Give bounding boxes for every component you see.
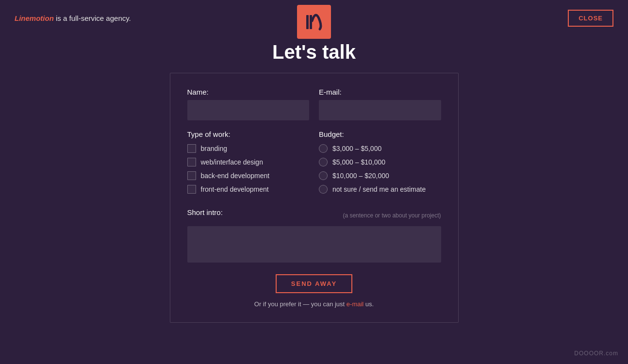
contact-form: Name: E-mail: Type of work: branding web… bbox=[170, 73, 459, 323]
radio-budget-2-label[interactable]: $5,000 – $10,000 bbox=[332, 158, 385, 166]
short-intro-section: Short intro: (a sentence or two about yo… bbox=[187, 208, 441, 265]
checkbox-branding[interactable] bbox=[187, 144, 196, 153]
radio-budget-3[interactable] bbox=[319, 171, 328, 180]
type-of-work-section: Type of work: branding web/interface des… bbox=[187, 130, 310, 199]
checkbox-branding-label[interactable]: branding bbox=[201, 145, 228, 152]
type-budget-row: Type of work: branding web/interface des… bbox=[187, 130, 441, 199]
checkbox-web-item: web/interface design bbox=[187, 158, 310, 166]
checkbox-backend[interactable] bbox=[187, 171, 196, 180]
short-intro-label: Short intro: bbox=[187, 208, 223, 216]
radio-budget-1-label[interactable]: $3,000 – $5,000 bbox=[332, 145, 381, 152]
checkbox-web[interactable] bbox=[187, 158, 196, 166]
radio-budget-3-item: $10,000 – $20,000 bbox=[319, 171, 441, 180]
radio-budget-1-item: $3,000 – $5,000 bbox=[319, 144, 441, 153]
checkbox-backend-item: back-end development bbox=[187, 171, 310, 180]
radio-budget-4-item: not sure / send me an estimate bbox=[319, 185, 441, 194]
email-input[interactable] bbox=[319, 100, 441, 120]
or-email-before: Or if you prefer it — you can just bbox=[254, 300, 347, 308]
svg-rect-1 bbox=[310, 15, 312, 29]
send-button[interactable]: SEND AWAY bbox=[276, 274, 352, 293]
close-button[interactable]: CLOSE bbox=[568, 10, 613, 27]
name-group: Name: bbox=[187, 88, 310, 120]
budget-label: Budget: bbox=[319, 130, 441, 138]
radio-budget-2-item: $5,000 – $10,000 bbox=[319, 158, 441, 166]
checkbox-web-label[interactable]: web/interface design bbox=[201, 158, 263, 166]
radio-budget-4-label[interactable]: not sure / send me an estimate bbox=[332, 185, 426, 193]
name-email-row: Name: E-mail: bbox=[187, 88, 441, 120]
type-of-work-label: Type of work: bbox=[187, 130, 310, 138]
radio-budget-2[interactable] bbox=[319, 158, 328, 166]
budget-section: Budget: $3,000 – $5,000 $5,000 – $10,000… bbox=[319, 130, 441, 199]
svg-rect-0 bbox=[306, 15, 309, 29]
logo-center bbox=[297, 5, 331, 39]
send-button-wrapper: SEND AWAY bbox=[187, 274, 441, 293]
name-input[interactable] bbox=[187, 100, 310, 120]
logo-icon bbox=[303, 11, 325, 33]
watermark: DOOOOR.com bbox=[574, 350, 618, 357]
radio-budget-1[interactable] bbox=[319, 144, 328, 153]
checkbox-frontend[interactable] bbox=[187, 185, 196, 194]
short-intro-hint: (a sentence or two about your project) bbox=[343, 212, 441, 219]
name-label: Name: bbox=[187, 88, 310, 96]
radio-budget-4[interactable] bbox=[319, 185, 328, 194]
checkbox-frontend-label[interactable]: front-end development bbox=[201, 185, 269, 193]
header: Linemotion is a full-service agency. CLO… bbox=[0, 0, 628, 36]
short-intro-textarea[interactable] bbox=[187, 226, 441, 263]
brand-suffix: is a full-service agency. bbox=[54, 14, 131, 22]
short-intro-header: Short intro: (a sentence or two about yo… bbox=[187, 208, 441, 222]
header-tagline: Linemotion is a full-service agency. bbox=[15, 14, 131, 22]
logo-box bbox=[297, 5, 331, 39]
radio-budget-3-label[interactable]: $10,000 – $20,000 bbox=[332, 172, 389, 180]
email-label: E-mail: bbox=[319, 88, 441, 96]
email-link[interactable]: e-mail bbox=[347, 300, 364, 308]
email-group: E-mail: bbox=[319, 88, 441, 120]
checkbox-frontend-item: front-end development bbox=[187, 185, 310, 194]
brand-name: Linemotion bbox=[15, 14, 54, 22]
page-title: Let's talk bbox=[0, 41, 628, 63]
checkbox-branding-item: branding bbox=[187, 144, 310, 153]
or-email-row: Or if you prefer it — you can just e-mai… bbox=[187, 300, 441, 308]
or-email-after: us. bbox=[364, 300, 374, 308]
checkbox-backend-label[interactable]: back-end development bbox=[201, 172, 270, 180]
